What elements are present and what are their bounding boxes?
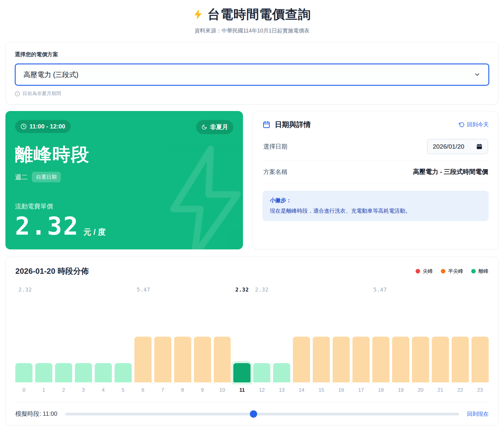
season-badge: 非夏月: [196, 120, 233, 134]
clock-icon: [20, 123, 27, 130]
slider-track[interactable]: [65, 413, 459, 415]
x-tick-4: 4: [95, 387, 112, 393]
x-tick-15: 15: [313, 387, 330, 393]
chart-column-21: [432, 337, 449, 382]
x-tick-14: 14: [293, 387, 310, 393]
back-to-now-label: 回到現在: [467, 410, 489, 418]
app-header: 台電時間電價查詢 資料來源：中華民國114年10月1日起實施電價表: [5, 4, 499, 34]
data-source-subtitle: 資料來源：中華民國114年10月1日起實施電價表: [5, 27, 499, 34]
legend-label: 半尖峰: [448, 268, 463, 275]
x-tick-10: 10: [214, 387, 231, 393]
chart-column-15: [313, 337, 330, 382]
x-tick-12: 12: [253, 387, 270, 393]
bar-hour-16[interactable]: [333, 337, 350, 382]
price-label: 流動電費單價: [15, 202, 233, 211]
chart-column-23: [472, 337, 489, 382]
plan-name-value: 高壓電力 - 三段式時間電價: [413, 168, 488, 176]
bar-hour-11[interactable]: [233, 363, 250, 382]
calendar-icon: [263, 121, 270, 128]
plan-select[interactable]: 高壓電力 (三段式): [15, 63, 489, 86]
price-unit: 元 / 度: [83, 227, 106, 237]
bar-hour-0[interactable]: [15, 363, 32, 382]
chart-column-12: [253, 363, 270, 382]
bar-hour-3[interactable]: [75, 363, 92, 382]
chart-column-10: [214, 337, 231, 382]
current-period-card: 11:00 - 12:00 非夏月 離峰時段 週二 自選日期 流動電費單價 2.…: [5, 111, 243, 249]
bar-hour-14[interactable]: [293, 337, 310, 382]
bar-hour-4[interactable]: [95, 363, 112, 382]
bar-hour-20[interactable]: [412, 337, 429, 382]
page-title-text: 台電時間電價查詢: [207, 6, 311, 23]
slider-thumb[interactable]: [250, 410, 257, 418]
legend-item-離峰: 離峰: [471, 268, 489, 275]
time-range-text: 11:00 - 12:00: [29, 123, 65, 130]
back-to-today-label: 回到今天: [467, 121, 489, 128]
chart-x-axis: 01234567891011121314151617181920212223: [15, 387, 489, 393]
x-tick-18: 18: [372, 387, 389, 393]
x-tick-21: 21: [432, 387, 449, 393]
bar-hour-2[interactable]: [55, 363, 72, 382]
x-tick-6: 6: [134, 387, 152, 393]
hourly-distribution-card: 2026-01-20 時段分佈 尖峰半尖峰離峰 2.325.472.322.32…: [5, 257, 499, 425]
chart-column-17: [352, 337, 370, 382]
weekday-label: 週二: [15, 173, 28, 181]
bar-hour-17[interactable]: [352, 337, 370, 382]
season-info: 目前為非夏月期間: [15, 91, 489, 97]
chart-column-14: [293, 337, 310, 382]
details-title-text: 日期與詳情: [275, 120, 311, 129]
bar-hour-5[interactable]: [115, 363, 132, 382]
bar-hour-1[interactable]: [35, 363, 52, 382]
bar-hour-15[interactable]: [313, 337, 330, 382]
bar-hour-8[interactable]: [174, 337, 191, 382]
chart-column-20: [412, 337, 429, 382]
chart-column-5: [115, 363, 132, 382]
chevron-down-icon: [474, 71, 481, 78]
time-slider[interactable]: [65, 410, 459, 418]
x-tick-7: 7: [154, 387, 171, 393]
moon-icon: [201, 124, 207, 130]
back-to-today-button[interactable]: 回到今天: [459, 121, 489, 128]
bar-hour-13[interactable]: [273, 363, 290, 382]
chart-legend: 尖峰半尖峰離峰: [416, 268, 489, 275]
plan-selector-label: 選擇您的電價方案: [15, 51, 489, 58]
lightning-bolt-icon: [193, 8, 203, 21]
bar-hour-23[interactable]: [472, 337, 489, 382]
plan-name-label: 方案名稱: [263, 168, 287, 176]
chart-column-0: [15, 363, 32, 382]
x-tick-11: 11: [233, 387, 250, 393]
value-label-hour-6: 5.47: [137, 287, 150, 293]
season-info-text: 目前為非夏月期間: [23, 91, 61, 97]
period-name: 離峰時段: [15, 143, 233, 167]
bar-hour-7[interactable]: [154, 337, 171, 382]
date-input[interactable]: 2026/01/20: [427, 139, 488, 154]
x-tick-2: 2: [55, 387, 72, 393]
page: 台電時間電價查詢 資料來源：中華民國114年10月1日起實施電價表 選擇您的電價…: [0, 0, 504, 431]
legend-item-半尖峰: 半尖峰: [441, 268, 463, 275]
date-mode-badge: 自選日期: [32, 172, 61, 182]
chart-column-7: [154, 337, 171, 382]
value-label-hour-11: 2.32: [235, 287, 249, 293]
tip-box: 小撇步： 現在是離峰時段，適合進行洗衣、充電動車等高耗電活動。: [263, 191, 489, 221]
chart-column-22: [452, 337, 469, 382]
bar-hour-9[interactable]: [194, 337, 211, 382]
back-to-now-button[interactable]: 回到現在: [467, 410, 489, 418]
x-tick-22: 22: [452, 387, 469, 393]
date-field-label: 選擇日期: [263, 143, 287, 151]
calendar-picker-icon[interactable]: [476, 143, 482, 150]
chart-column-9: [194, 337, 211, 382]
bar-hour-12[interactable]: [253, 363, 270, 382]
chart-column-3: [75, 363, 92, 382]
price-value: 2.32: [15, 212, 79, 240]
plan-selector-card: 選擇您的電價方案 高壓電力 (三段式) 目前為非夏月期間: [5, 42, 499, 104]
bar-hour-10[interactable]: [214, 337, 231, 382]
chart-column-11: [233, 363, 250, 382]
chart-title: 2026-01-20 時段分佈: [15, 266, 89, 276]
legend-dot-icon: [416, 269, 420, 273]
x-tick-23: 23: [472, 387, 489, 393]
bar-hour-19[interactable]: [392, 337, 409, 382]
bar-hour-22[interactable]: [452, 337, 469, 382]
bar-hour-18[interactable]: [372, 337, 389, 382]
chart-column-6: [134, 337, 152, 382]
bar-hour-6[interactable]: [134, 337, 152, 382]
bar-hour-21[interactable]: [432, 337, 449, 382]
